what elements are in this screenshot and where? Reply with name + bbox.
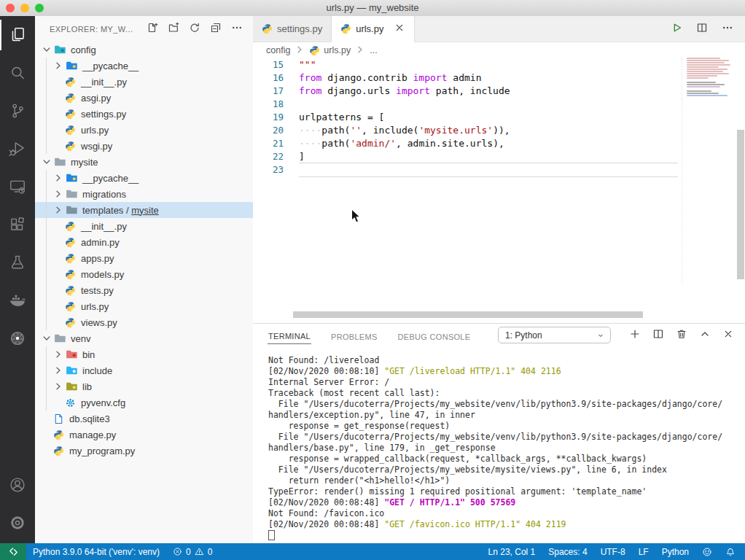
tree-item-templates[interactable]: templates / mysite — [35, 202, 253, 218]
source-control-icon — [8, 101, 27, 120]
panel-tab-problems[interactable]: PROBLEMS — [330, 327, 378, 344]
code-line[interactable]: 19urlpatterns = [ — [253, 111, 745, 124]
tree-item-tests.py[interactable]: tests.py — [35, 282, 253, 298]
terminal-action-new-terminal[interactable] — [629, 328, 641, 343]
encoding-label: UTF-8 — [601, 547, 625, 557]
explorer-action-new-file[interactable] — [147, 22, 158, 36]
remote-icon — [8, 546, 19, 557]
activity-item-remote-explorer[interactable] — [0, 168, 35, 206]
tree-label-text: __pycache__ — [82, 173, 139, 184]
tree-item-pyvenv.cfg[interactable]: pyvenv.cfg — [35, 394, 253, 411]
tree-item-lib[interactable]: lib — [35, 378, 253, 394]
tab-settings-py[interactable]: settings.py — [253, 16, 332, 42]
terminal-text: response = wrapped_callback(request, *ca… — [268, 454, 647, 464]
editor-action-split-editor[interactable] — [696, 22, 708, 36]
activity-item-extensions[interactable] — [0, 206, 35, 244]
status-encoding[interactable]: UTF-8 — [594, 543, 632, 560]
status-cursor-position[interactable]: Ln 23, Col 1 — [482, 543, 542, 560]
code-editor[interactable]: 15"""16from django.contrib import admin1… — [253, 58, 745, 176]
activity-item-explorer[interactable] — [0, 16, 35, 54]
activity-item-accounts[interactable] — [0, 466, 35, 504]
terminal-action-maximize-panel[interactable] — [699, 328, 711, 343]
terminal-line: Not Found: /livereload — [268, 355, 744, 366]
editor-horizontal-scrollbar[interactable] — [293, 311, 643, 318]
terminal-shell-selector[interactable]: 1: Python — [498, 327, 611, 343]
tree-item-include[interactable]: include — [35, 362, 253, 378]
breadcrumb-item[interactable]: config — [266, 45, 290, 55]
terminal-action-close-panel[interactable] — [722, 328, 734, 343]
status-language-mode[interactable]: Python — [655, 543, 695, 560]
tree-item-apps.py[interactable]: apps.py — [35, 250, 253, 266]
panel-tab-debug-console[interactable]: DEBUG CONSOLE — [397, 327, 472, 344]
code-line[interactable]: 22] — [253, 150, 745, 163]
explorer-action-collapse-folders[interactable] — [210, 22, 222, 36]
kubernetes-icon — [8, 329, 27, 348]
tree-item-label: include — [82, 365, 112, 376]
panel-tab-terminal[interactable]: TERMINAL — [268, 327, 311, 344]
tree-item-my_program.py[interactable]: my_program.py — [35, 443, 253, 459]
tree-item-mysite[interactable]: mysite — [35, 154, 253, 170]
python-icon — [64, 268, 77, 280]
status-eol[interactable]: LF — [632, 543, 655, 560]
close-icon[interactable] — [394, 22, 405, 36]
activity-item-run-debug[interactable] — [0, 130, 35, 168]
tree-item-manage.py[interactable]: manage.py — [35, 427, 253, 443]
editor-action-more-actions[interactable] — [722, 22, 733, 36]
terminal-text: Traceback (most recent call last): — [268, 388, 440, 398]
editor-vertical-scrollbar[interactable] — [737, 130, 744, 279]
new-folder-icon — [168, 22, 179, 34]
status-problems[interactable]: 0 0 — [166, 543, 219, 560]
activity-item-settings[interactable] — [0, 504, 35, 542]
indentation-label: Spaces: 4 — [548, 547, 587, 557]
tree-item-migrations[interactable]: migrations — [35, 186, 253, 202]
activity-item-search[interactable] — [0, 54, 35, 92]
code-line[interactable]: 15""" — [253, 58, 745, 71]
status-notifications[interactable] — [719, 543, 742, 560]
tree-item-urls.py[interactable]: urls.py — [35, 122, 253, 138]
activity-item-testing[interactable] — [0, 244, 35, 281]
tree-item-admin.py[interactable]: admin.py — [35, 234, 253, 250]
tree-item-__pycache__[interactable]: __pycache__ — [35, 170, 253, 186]
code-line[interactable]: 17from django.urls import path, include — [253, 85, 745, 98]
tree-item-urls.py[interactable]: urls.py — [35, 298, 253, 314]
explorer-action-views-more[interactable] — [231, 22, 243, 36]
status-feedback[interactable] — [695, 543, 719, 560]
breadcrumb-item[interactable]: urls.py — [324, 45, 351, 55]
status-python-interpreter[interactable]: Python 3.9.0 64-bit ('venv': venv) — [26, 543, 166, 560]
tree-item-__pycache__[interactable]: __pycache__ — [35, 58, 253, 74]
tree-item-asgi.py[interactable]: asgi.py — [35, 90, 253, 106]
code-line[interactable]: 21····path('admin/', admin.site.urls), — [253, 137, 745, 150]
tree-item-models.py[interactable]: models.py — [35, 266, 253, 282]
status-indentation[interactable]: Spaces: 4 — [542, 543, 593, 560]
tree-item-views.py[interactable]: views.py — [35, 314, 253, 330]
code-line[interactable]: 20····path('', include('mysite.urls')), — [253, 124, 745, 137]
tree-item-db.sqlite3[interactable]: db.sqlite3 — [35, 411, 253, 427]
activity-item-docker[interactable] — [0, 281, 35, 319]
terminal-output[interactable]: Not Found: /livereload[02/Nov/2020 00:08… — [268, 355, 744, 544]
explorer-action-refresh-explorer[interactable] — [189, 22, 200, 36]
file-tree: config__pycache____init__.pyasgi.pysetti… — [35, 42, 253, 459]
folder-generic-icon — [66, 188, 78, 200]
terminal-text: response = get_response(request) — [268, 421, 450, 431]
tree-item-settings.py[interactable]: settings.py — [35, 106, 253, 122]
tree-item-wsgi.py[interactable]: wsgi.py — [35, 138, 253, 154]
minimap[interactable] — [682, 57, 733, 283]
terminal-action-split-terminal[interactable] — [652, 328, 664, 343]
tree-label-text: my_program.py — [69, 446, 135, 456]
tree-item-__init__.py[interactable]: __init__.py — [35, 218, 253, 234]
explorer-action-new-folder[interactable] — [168, 22, 179, 36]
remote-indicator[interactable] — [0, 543, 26, 560]
tree-item-config[interactable]: config — [35, 42, 253, 58]
code-line[interactable]: 18 — [253, 98, 745, 111]
terminal-action-kill-terminal[interactable] — [676, 328, 687, 343]
code-line[interactable]: 16from django.contrib import admin — [253, 71, 745, 85]
tree-item-__init__.py[interactable]: __init__.py — [35, 74, 253, 90]
tree-item-venv[interactable]: venv — [35, 330, 253, 346]
code-line[interactable]: 23 — [253, 163, 745, 176]
tab-urls-py[interactable]: urls.py — [332, 16, 415, 42]
activity-item-source-control[interactable] — [0, 92, 35, 130]
editor-action-run-file[interactable] — [671, 22, 682, 36]
activity-item-kubernetes[interactable] — [0, 319, 35, 357]
breadcrumb-item[interactable]: ... — [370, 45, 377, 55]
tree-item-bin[interactable]: bin — [35, 346, 253, 362]
